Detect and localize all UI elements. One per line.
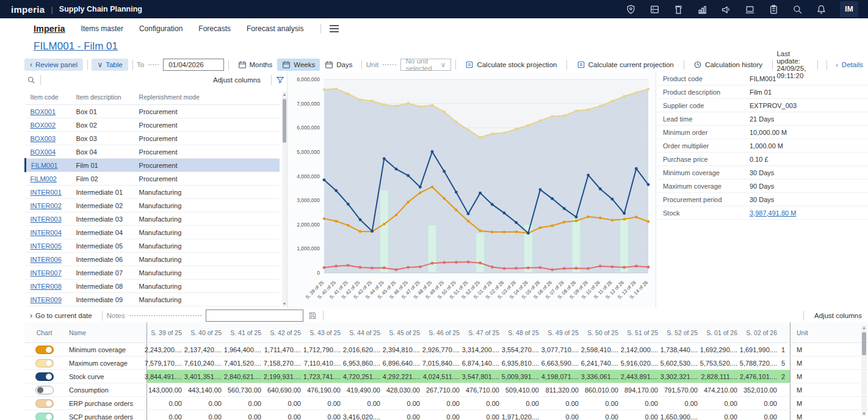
items-col-header[interactable]: Item description (71, 90, 134, 105)
nav-tab-forecast-analysis[interactable]: Forecast analysis (247, 24, 303, 33)
week-col-header[interactable]: S. 48 of 25 (504, 322, 543, 342)
series-value[interactable]: 0.00 (742, 397, 781, 410)
series-value[interactable]: 1,712,790.... (305, 343, 345, 356)
series-value[interactable]: 7,015,840.... (424, 357, 464, 369)
series-value[interactable]: 0.00 (305, 397, 345, 410)
scroll-up-icon[interactable]: ▲ (282, 92, 287, 96)
series-table-scrollbar[interactable]: ▲ ▼ (861, 325, 867, 416)
storage-icon[interactable] (649, 4, 660, 15)
series-value[interactable]: 5,009,391.... (504, 370, 543, 383)
calculate-current-projection-button[interactable]: Calculate current projection (571, 59, 679, 71)
item-row-FILM002[interactable]: FILM002Film 02Procurement (26, 172, 280, 186)
series-value[interactable]: 3,314,200.... (464, 343, 504, 356)
series-value[interactable]: 7,610,240.... (186, 357, 226, 369)
series-value[interactable]: 5,916,020.... (623, 357, 662, 369)
series-value[interactable]: 476,710.00 (464, 383, 504, 396)
series-value[interactable]: 0.00 (543, 410, 583, 420)
scroll-up-icon[interactable]: ▲ (861, 325, 867, 330)
series-value[interactable]: 0.00 (424, 410, 464, 420)
item-row-INTER002[interactable]: INTER002Intermediate 02Manufacturing (26, 199, 280, 212)
week-col-header[interactable]: S. 52 of 25 (662, 322, 702, 342)
item-code-link[interactable]: INTER006 (31, 256, 62, 263)
item-row-BOX004[interactable]: BOX004Box 04Procurement (26, 145, 280, 159)
items-col-header[interactable]: Replenishment mode (134, 90, 212, 105)
series-value[interactable]: 3,302,321.... (662, 370, 702, 383)
series-value[interactable]: 267,710.00 (424, 383, 464, 396)
series-value[interactable]: 2,598,410.... (583, 343, 623, 356)
item-code-link[interactable]: INTER007 (31, 269, 62, 277)
announcement-icon[interactable] (721, 4, 731, 15)
calculation-history-button[interactable]: Calculation history (688, 59, 768, 71)
search-icon[interactable] (27, 76, 35, 84)
series-value[interactable]: 640,690.00 (266, 383, 305, 396)
item-code-link[interactable]: INTER003 (31, 215, 62, 223)
item-row-INTER003[interactable]: INTER003Intermediate 03Manufacturing (26, 212, 280, 226)
item-code-link[interactable]: INTER005 (31, 242, 62, 250)
page-title-link[interactable]: FILM001 - Film 01 (34, 40, 118, 52)
nav-tab-forecasts[interactable]: Forecasts (198, 24, 231, 33)
series-value[interactable]: 0.00 (385, 410, 424, 420)
adjust-columns-button[interactable]: Adjust columns (808, 312, 868, 319)
series-value[interactable]: 3,416,020.... (345, 410, 385, 420)
series-value[interactable]: 1,723,741.... (305, 370, 345, 383)
adjust-columns-button[interactable]: Adjust columns (207, 76, 267, 84)
granularity-days-button[interactable]: Days (320, 59, 357, 71)
series-value[interactable]: 0.00 (464, 397, 504, 410)
series-toggle[interactable] (35, 346, 54, 354)
series-toggle[interactable] (35, 359, 54, 368)
series-value[interactable]: 2,394,810.... (385, 343, 424, 356)
save-icon[interactable] (308, 311, 317, 320)
series-value[interactable]: 352,010.00 (742, 383, 781, 396)
week-col-header[interactable]: S. 45 of 25 (385, 322, 424, 342)
series-value[interactable]: 0.00 (702, 410, 742, 420)
granularity-months-button[interactable]: Months (233, 59, 278, 71)
series-value[interactable]: 0.00 (504, 397, 543, 410)
series-value[interactable]: 2,016,620.... (345, 343, 385, 356)
item-row-INTER004[interactable]: INTER004Intermediate 04Manufacturing (26, 226, 280, 239)
stats-icon[interactable] (697, 4, 707, 15)
shield-icon[interactable] (626, 4, 636, 15)
week-col-header[interactable]: S. 42 of 25 (266, 322, 305, 342)
week-col-header[interactable]: S. 46 of 25 (424, 322, 464, 342)
item-code-link[interactable]: INTER001 (31, 189, 62, 196)
series-value[interactable]: 3,547,801.... (464, 370, 504, 383)
series-value[interactable]: 6,663,590.... (543, 357, 583, 369)
series-value[interactable]: 2,142,000.... (623, 343, 662, 356)
series-value[interactable]: 476,190.00 (305, 383, 345, 396)
series-value[interactable]: 2,926,770.... (424, 343, 464, 356)
series-value[interactable]: 5,602,530.... (662, 357, 702, 369)
nav-tab-configuration[interactable]: Configuration (139, 24, 183, 33)
series-value[interactable]: 0.00 (543, 397, 583, 410)
item-code-link[interactable]: INTER009 (31, 296, 62, 303)
table-button[interactable]: ∨ Table (92, 59, 128, 71)
item-code-link[interactable]: BOX004 (31, 148, 56, 156)
to-date-input[interactable]: 01/04/2026 (163, 59, 224, 71)
item-row-INTER007[interactable]: INTER007Intermediate 07Manufacturing (26, 266, 280, 280)
series-toggle[interactable] (35, 399, 54, 408)
item-row-BOX002[interactable]: BOX002Box 02Procurement (26, 118, 280, 132)
item-code-link[interactable]: FILM002 (31, 175, 57, 183)
series-value[interactable]: 2,476,101.... (742, 370, 781, 383)
week-col-header[interactable]: S. 39 of 25 (146, 322, 186, 342)
week-col-header[interactable]: S. 41 of 25 (226, 322, 266, 342)
series-value[interactable]: 443,140.00 (186, 383, 226, 396)
granularity-weeks-button[interactable]: Weeks (277, 59, 320, 71)
series-value[interactable]: 0.00 (424, 397, 464, 410)
item-code-link[interactable]: BOX002 (31, 121, 56, 129)
series-value[interactable]: 1,691,990.... (742, 343, 781, 356)
series-value[interactable]: 6,896,640.... (385, 357, 424, 369)
series-value[interactable]: 0.00 (266, 410, 305, 420)
item-code-link[interactable]: INTER004 (31, 229, 62, 236)
menu-icon[interactable] (330, 23, 339, 34)
filter-icon[interactable] (276, 76, 284, 84)
item-code-link[interactable]: BOX001 (31, 108, 56, 115)
item-row-BOX001[interactable]: BOX001Box 01Procurement (26, 105, 280, 118)
series-toggle[interactable] (35, 372, 54, 381)
week-col-header[interactable]: S. 51 of 25 (623, 322, 662, 342)
series-value[interactable]: 0.00 (583, 397, 623, 410)
landmark-icon[interactable] (673, 4, 684, 15)
item-code-link[interactable]: FILM001 (31, 162, 57, 169)
series-value[interactable]: 894,170.00 (623, 383, 662, 396)
series-value[interactable]: 0.00 (186, 397, 226, 410)
search-icon[interactable] (792, 4, 803, 15)
